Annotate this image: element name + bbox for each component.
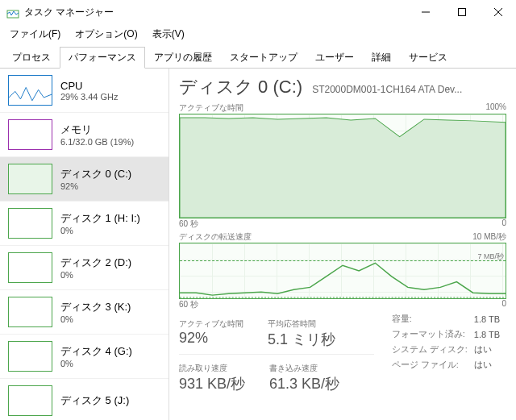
tab-5[interactable]: 詳細 (363, 47, 400, 69)
chart2-xright: 0 (501, 299, 506, 310)
tab-3[interactable]: スタートアップ (221, 47, 306, 69)
chart1-title: アクティブな時間 (179, 102, 243, 114)
disk-thumb-icon (8, 208, 52, 239)
main-panel: ディスク 0 (C:) ST2000DM001-1CH164 ATA Dev..… (169, 69, 516, 420)
chart2-xleft: 60 秒 (179, 299, 198, 310)
sidebar-item-7[interactable]: ディスク 5 (J:) (0, 379, 169, 420)
sidebar-item-name: メモリ (60, 123, 134, 137)
cpu-thumb-icon (8, 75, 52, 106)
close-button[interactable] (480, 0, 516, 24)
tab-1[interactable]: パフォーマンス (60, 47, 145, 69)
tab-0[interactable]: プロセス (3, 47, 60, 69)
sidebar-item-name: ディスク 2 (D:) (60, 256, 131, 270)
page-title: ディスク 0 (C:) (179, 75, 302, 99)
chart1-xleft: 60 秒 (179, 218, 198, 230)
info-row: フォーマット済み:1.8 TB (392, 327, 505, 341)
sidebar-item-value: 0% (60, 314, 131, 324)
window-title: タスク マネージャー (24, 6, 407, 19)
sidebar-item-1[interactable]: メモリ6.1/32.0 GB (19%) (0, 113, 169, 157)
disk-thumb-icon (8, 385, 52, 416)
sidebar-item-name: ディスク 4 (G:) (60, 344, 132, 359)
sidebar-item-2[interactable]: ディスク 0 (C:)92% (0, 157, 169, 202)
maximize-button[interactable] (443, 0, 480, 24)
menu-options[interactable]: オプション(O) (72, 26, 140, 43)
transfer-rate-chart: 7 MB/秒 (179, 243, 506, 299)
sidebar-item-value: 29% 3.44 GHz (60, 92, 119, 102)
info-row: 容量:1.8 TB (392, 312, 505, 326)
menu-bar: ファイル(F) オプション(O) 表示(V) (0, 24, 516, 46)
sidebar-item-0[interactable]: CPU29% 3.44 GHz (0, 69, 169, 113)
info-row: ページ ファイル:はい (392, 358, 505, 372)
sidebar-item-name: ディスク 1 (H: I:) (60, 211, 140, 226)
info-row: システム ディスク:はい (392, 343, 505, 356)
sidebar-item-5[interactable]: ディスク 3 (K:)0% (0, 290, 169, 335)
disk-thumb-icon (8, 297, 52, 327)
stat-書き込み速度: 書き込み速度61.3 KB/秒 (269, 363, 339, 393)
minimize-button[interactable] (407, 0, 443, 24)
menu-view[interactable]: 表示(V) (149, 26, 188, 43)
sidebar-item-name: ディスク 5 (J:) (60, 393, 129, 408)
sidebar-item-value: 6.1/32.0 GB (19%) (60, 137, 134, 147)
sidebar-item-6[interactable]: ディスク 4 (G:)0% (0, 335, 169, 379)
sidebar-item-value: 0% (60, 226, 140, 235)
sidebar-item-3[interactable]: ディスク 1 (H: I:)0% (0, 202, 169, 246)
disk-thumb-icon (8, 341, 52, 372)
tab-6[interactable]: サービス (400, 47, 456, 69)
sidebar-item-name: ディスク 0 (C:) (60, 167, 131, 181)
stat-読み取り速度: 読み取り速度931 KB/秒 (179, 363, 245, 393)
tab-2[interactable]: アプリの履歴 (145, 47, 221, 69)
menu-file[interactable]: ファイル(F) (6, 26, 64, 43)
stat-アクティブな時間: アクティブな時間92% (179, 318, 243, 349)
sidebar-item-value: 92% (60, 181, 131, 191)
sidebar-item-value: 0% (60, 270, 131, 280)
mem-thumb-icon (8, 119, 52, 150)
disk-thumb-icon (8, 164, 52, 194)
app-icon (6, 6, 19, 19)
chart2-max: 10 MB/秒 (472, 231, 506, 243)
sidebar-item-name: ディスク 3 (K:) (60, 300, 131, 314)
stat-平均応答時間: 平均応答時間5.1 ミリ秒 (268, 318, 335, 349)
chart1-xright: 0 (501, 218, 506, 230)
device-model: ST2000DM001-1CH164 ATA Dev... (312, 84, 462, 95)
sidebar-item-value: 0% (60, 359, 132, 368)
sidebar-item-name: CPU (60, 80, 119, 92)
disk-thumb-icon (8, 252, 52, 283)
sidebar: CPU29% 3.44 GHzメモリ6.1/32.0 GB (19%)ディスク … (0, 69, 169, 420)
sidebar-item-4[interactable]: ディスク 2 (D:)0% (0, 246, 169, 290)
title-bar: タスク マネージャー (0, 0, 516, 24)
disk-info-table: 容量:1.8 TBフォーマット済み:1.8 TBシステム ディスク:はいページ … (390, 310, 506, 373)
svg-rect-2 (458, 9, 465, 16)
chart1-max: 100% (485, 102, 506, 114)
chart2-title: ディスクの転送速度 (179, 231, 252, 243)
active-time-chart (179, 114, 506, 218)
tab-bar: プロセスパフォーマンスアプリの履歴スタートアップユーザー詳細サービス (0, 46, 516, 69)
tab-4[interactable]: ユーザー (306, 47, 363, 69)
